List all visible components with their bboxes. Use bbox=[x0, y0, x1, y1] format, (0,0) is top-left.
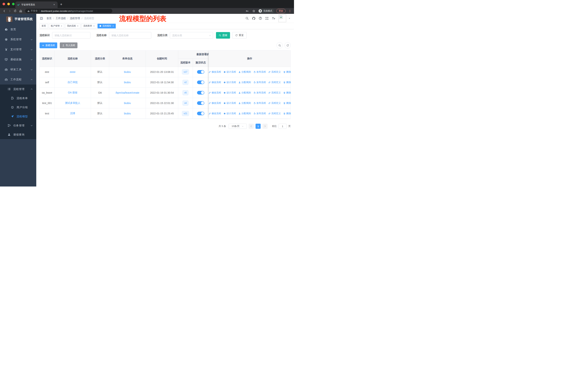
sidebar-item-briefcase[interactable]: 工作流程 bbox=[0, 74, 36, 84]
reset-button[interactable]: 重置 bbox=[232, 32, 247, 39]
action-edit-link[interactable]: 修改流程 bbox=[209, 112, 221, 115]
action-gear-link[interactable]: 设计流程 bbox=[223, 91, 236, 94]
browser-tab[interactable]: 芋道管理系统 × bbox=[15, 1, 58, 8]
action-thumb-link[interactable]: 发布流程 bbox=[253, 81, 266, 84]
nav-tag[interactable]: 流程表单 × bbox=[81, 24, 97, 28]
action-user-link[interactable]: 分配规则 bbox=[238, 81, 251, 84]
update-button[interactable]: 更新 bbox=[276, 9, 286, 13]
goto-page-input[interactable] bbox=[279, 124, 286, 129]
nav-tag[interactable]: 我的流程 × bbox=[65, 24, 80, 28]
action-clip-link[interactable]: 流程定义 bbox=[268, 101, 281, 105]
action-gear-link[interactable]: 设计流程 bbox=[223, 81, 236, 84]
tag-close-icon[interactable]: × bbox=[61, 25, 62, 27]
action-user-link[interactable]: 分配规则 bbox=[238, 70, 251, 74]
process-id-input[interactable] bbox=[52, 32, 90, 39]
create-process-button[interactable]: 新建流程 bbox=[40, 42, 57, 48]
active-status-toggle[interactable] bbox=[197, 112, 204, 115]
action-trash-link[interactable]: 删除 bbox=[283, 112, 291, 115]
action-clip-link[interactable]: 流程定义 bbox=[268, 70, 281, 74]
sidebar-item-gear[interactable]: 系统管理 bbox=[0, 34, 36, 44]
tag-close-icon[interactable]: × bbox=[113, 25, 114, 27]
passwords-key-icon[interactable] bbox=[245, 9, 250, 13]
sidebar-item-plane[interactable]: 流程模型 bbox=[0, 112, 36, 121]
active-status-toggle[interactable] bbox=[197, 70, 204, 74]
sidebar-item-person[interactable]: 请假查询 bbox=[0, 130, 36, 139]
forward-icon[interactable] bbox=[7, 9, 12, 13]
collapse-sidebar-icon[interactable] bbox=[40, 17, 43, 20]
cell-form-info-link[interactable]: /bpm/oa/leave/create bbox=[116, 91, 139, 94]
process-name-input[interactable] bbox=[109, 32, 151, 39]
zoom-window-button[interactable] bbox=[12, 3, 15, 5]
action-thumb-link[interactable]: 发布流程 bbox=[253, 70, 266, 74]
process-category-select-input[interactable] bbox=[170, 32, 213, 39]
toggle-search-button[interactable] bbox=[276, 42, 283, 49]
import-process-button[interactable]: 导入流程 bbox=[60, 42, 77, 48]
active-status-toggle[interactable] bbox=[197, 101, 204, 105]
window-controls[interactable] bbox=[2, 3, 15, 5]
cell-process-name-link[interactable]: 测试多审批人 bbox=[65, 101, 80, 105]
url-input[interactable]: 不安全 dashboard.yudao.iocoder.cn/bpm/manag… bbox=[25, 9, 112, 13]
nav-tag[interactable]: 首页 × bbox=[40, 24, 48, 28]
cell-form-info-link[interactable]: biubiu bbox=[124, 81, 131, 84]
sidebar-item-face[interactable]: 用户分组 bbox=[0, 103, 36, 112]
close-window-button[interactable] bbox=[2, 3, 5, 5]
action-thumb-link[interactable]: 发布流程 bbox=[253, 112, 266, 115]
current-page-button[interactable]: 1 bbox=[256, 124, 261, 129]
action-trash-link[interactable]: 删除 bbox=[283, 101, 291, 105]
active-status-toggle[interactable] bbox=[197, 81, 204, 84]
tag-close-icon[interactable]: × bbox=[93, 25, 94, 27]
action-thumb-link[interactable]: 发布流程 bbox=[253, 101, 266, 105]
action-clip-link[interactable]: 流程定义 bbox=[268, 81, 281, 84]
cell-process-name-link[interactable]: eeee bbox=[70, 71, 75, 73]
tag-close-icon[interactable]: × bbox=[77, 25, 78, 27]
action-trash-link[interactable]: 删除 bbox=[283, 91, 291, 94]
browser-menu-icon[interactable] bbox=[287, 9, 292, 13]
sidebar-item-toolbox[interactable]: 研发工具 bbox=[0, 64, 36, 74]
help-icon[interactable] bbox=[259, 17, 262, 20]
breadcrumb-item[interactable]: 首页 bbox=[46, 17, 52, 20]
action-user-link[interactable]: 分配规则 bbox=[238, 101, 251, 105]
refresh-table-button[interactable] bbox=[284, 42, 291, 49]
avatar[interactable] bbox=[279, 15, 286, 22]
action-gear-link[interactable]: 设计流程 bbox=[223, 101, 236, 105]
action-gear-link[interactable]: 设计流程 bbox=[223, 112, 236, 115]
reload-icon[interactable] bbox=[13, 9, 18, 13]
security-warning[interactable]: 不安全 bbox=[27, 9, 38, 13]
nav-tag[interactable]: 流程模型 × bbox=[97, 24, 116, 28]
sidebar-item-list[interactable]: 流程管理 bbox=[0, 84, 36, 94]
home-icon[interactable] bbox=[18, 9, 23, 13]
search-button[interactable]: 搜索 bbox=[216, 32, 230, 39]
cell-form-info-link[interactable]: biubiu bbox=[124, 102, 131, 105]
sidebar-item-dashboard[interactable]: 首页 bbox=[0, 24, 36, 34]
tab-close-icon[interactable]: × bbox=[52, 3, 56, 6]
next-page-button[interactable] bbox=[262, 124, 268, 129]
action-edit-link[interactable]: 修改流程 bbox=[209, 81, 221, 84]
action-trash-link[interactable]: 删除 bbox=[283, 81, 291, 84]
process-category-select[interactable] bbox=[170, 32, 213, 39]
fullscreen-icon[interactable] bbox=[265, 17, 269, 20]
cell-process-name-link[interactable]: 自己审批 bbox=[68, 81, 78, 84]
bookmark-star-icon[interactable] bbox=[251, 9, 256, 13]
user-menu-caret-icon[interactable] bbox=[288, 17, 291, 20]
back-icon[interactable] bbox=[2, 9, 7, 13]
action-user-link[interactable]: 分配规则 bbox=[238, 112, 251, 115]
cell-form-info-link[interactable]: biubiu bbox=[124, 112, 131, 115]
sidebar-item-flow[interactable]: 任务管理 bbox=[0, 121, 36, 130]
action-thumb-link[interactable]: 发布流程 bbox=[253, 91, 266, 94]
breadcrumb-item[interactable]: 工作流程 bbox=[56, 17, 66, 20]
nav-tag[interactable]: 租户管理 × bbox=[49, 24, 64, 28]
action-clip-link[interactable]: 流程定义 bbox=[268, 91, 281, 94]
action-edit-link[interactable]: 修改流程 bbox=[209, 101, 221, 105]
github-icon[interactable] bbox=[252, 17, 256, 20]
minimize-window-button[interactable] bbox=[7, 3, 10, 5]
action-user-link[interactable]: 分配规则 bbox=[238, 91, 251, 94]
sidebar-item-doc-edit[interactable]: 流程表单 bbox=[0, 94, 36, 103]
breadcrumb-item[interactable]: 流程管理 bbox=[70, 17, 80, 20]
page-size-select[interactable]: 10条/页 bbox=[229, 124, 247, 129]
search-icon[interactable] bbox=[245, 17, 249, 20]
sidebar-item-yen[interactable]: 支付管理 bbox=[0, 44, 36, 54]
sidebar-item-monitor[interactable]: 基础设施 bbox=[0, 54, 36, 64]
active-status-toggle[interactable] bbox=[197, 91, 204, 94]
action-clip-link[interactable]: 流程定义 bbox=[268, 112, 281, 115]
action-edit-link[interactable]: 修改流程 bbox=[209, 91, 221, 94]
